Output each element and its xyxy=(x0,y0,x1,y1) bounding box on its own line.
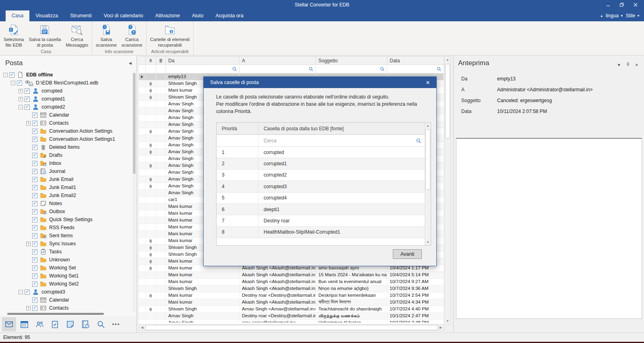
tree-item-corrupted1[interactable]: +corrupted1 xyxy=(0,95,133,103)
tree-vertical-scrollbar[interactable] xyxy=(133,72,136,312)
checkbox-checked[interactable] xyxy=(32,177,37,182)
tree-item-rss-feeds[interactable]: RSS Feeds xyxy=(0,224,133,232)
checkbox-checked[interactable] xyxy=(32,113,37,118)
scroll-down-icon[interactable]: ▼ xyxy=(425,239,431,245)
email-row[interactable]: Arnav Singhajay <ajay@stellarmail.in>Vel… xyxy=(139,320,444,322)
checkbox-checked[interactable] xyxy=(32,217,37,222)
filter-data-input[interactable] xyxy=(387,65,444,73)
collapse-icon[interactable]: − xyxy=(3,73,8,77)
scrollbar-thumb[interactable] xyxy=(445,64,450,138)
ribbon-button-salva-scansione[interactable]: Salvascansione xyxy=(93,23,119,48)
priority-search-cell[interactable] xyxy=(217,135,258,146)
tree-item-outbox[interactable]: Outbox xyxy=(0,207,133,216)
priority-value[interactable]: 2 xyxy=(217,158,258,169)
checkbox-checked[interactable] xyxy=(25,290,30,295)
priority-value[interactable]: 4 xyxy=(217,181,258,192)
tree-horizontal-scrollbar[interactable] xyxy=(7,313,104,315)
column-header-soggetto[interactable]: Soggetto xyxy=(316,57,387,64)
priority-value[interactable]: 5 xyxy=(217,193,258,203)
tab-attivazione[interactable]: Attivazione xyxy=(149,10,186,21)
tab-acquista-ora[interactable]: Acquista ora xyxy=(209,10,249,21)
row-selector-column[interactable] xyxy=(139,57,146,64)
delete-column-header[interactable] xyxy=(156,57,166,64)
ribbon-button-cerca-messaggio[interactable]: CercaMessaggio xyxy=(63,23,91,48)
email-row[interactable]: Mani kumarAkash Singh <Akash@stellarmail… xyxy=(139,272,444,279)
tree-item-quick-step-settings[interactable]: Quick Step Settings xyxy=(0,216,133,224)
checkbox-checked[interactable] xyxy=(32,129,37,134)
ribbon-button-salva-la-casella-di-posta[interactable]: Salva la caselladi posta xyxy=(27,23,64,48)
checkbox-checked[interactable] xyxy=(32,185,37,190)
email-row[interactable]: Mani kumarAkash Singh <Akash@stellarmail… xyxy=(139,279,444,285)
checkbox-checked[interactable] xyxy=(25,88,30,94)
filter-soggetto-input[interactable] xyxy=(316,65,387,73)
email-row[interactable]: Mani kumarDestiny roar <Destiny@stellarm… xyxy=(139,292,444,299)
expand-icon[interactable]: + xyxy=(19,97,23,101)
collapse-icon[interactable]: − xyxy=(19,290,23,294)
ribbon-button-cartelle-di-elementi-recuperabili[interactable]: Cartelle di elementirecuperabili xyxy=(148,23,192,48)
scroll-left-icon[interactable]: ◀ xyxy=(139,325,145,331)
filter-da-input[interactable] xyxy=(166,65,239,73)
scroll-down-icon[interactable]: ▼ xyxy=(445,318,450,324)
next-button[interactable]: Avanti xyxy=(393,249,422,259)
checkbox-checked[interactable] xyxy=(32,161,37,166)
nav-calendar-button[interactable] xyxy=(17,317,31,331)
scroll-up-icon[interactable]: ▲ xyxy=(425,123,431,129)
nav-search-button[interactable] xyxy=(94,317,108,331)
tab-strumenti[interactable]: Strumenti xyxy=(64,10,98,21)
expand-icon[interactable]: + xyxy=(26,306,31,310)
filter-a-input[interactable] xyxy=(239,65,316,73)
checkbox-checked[interactable] xyxy=(32,249,37,255)
collapse-icon[interactable]: − xyxy=(19,105,23,109)
priority-value[interactable]: 7 xyxy=(217,215,258,226)
priority-row-corrupted1[interactable]: 2corrupted1 xyxy=(217,158,425,169)
tree-item-junk-email2[interactable]: Junk Email2 xyxy=(0,191,133,199)
close-panel-icon[interactable]: ✕ xyxy=(635,63,638,67)
collapse-icon[interactable]: − xyxy=(11,81,15,85)
tree-item-conversation-action-settings[interactable]: Conversation Action Settings xyxy=(0,127,133,135)
checkbox-checked[interactable] xyxy=(32,169,37,174)
tree-item-edb-offline[interactable]: −EDB offline xyxy=(0,71,133,79)
tree-item-corrupted3[interactable]: −corrupted3 xyxy=(0,288,133,296)
tree-item-unknown[interactable]: Unknown xyxy=(0,256,133,264)
tree-item-working-set[interactable]: Working Set xyxy=(0,264,133,272)
tree-item-corrupted2[interactable]: −corrupted2 xyxy=(0,103,133,111)
panel-collapse-icon[interactable]: ◀ xyxy=(129,61,132,65)
checkbox-checked[interactable] xyxy=(32,273,37,279)
checkbox-checked[interactable] xyxy=(32,241,37,246)
checkbox-checked[interactable] xyxy=(32,153,37,158)
checkbox-checked[interactable] xyxy=(32,306,37,311)
collapse-ribbon-icon[interactable]: ▲ xyxy=(600,14,603,18)
checkbox-checked[interactable] xyxy=(9,72,14,78)
style-menu[interactable]: Stile ▼ xyxy=(626,13,640,18)
pin-icon[interactable] xyxy=(626,61,630,68)
tab-visualizza[interactable]: Visualizza xyxy=(29,10,64,21)
scroll-up-icon[interactable]: ▲ xyxy=(445,57,450,63)
scrollbar-thumb[interactable] xyxy=(425,129,430,190)
tree-item-deleted-items[interactable]: Deleted Items xyxy=(0,143,133,151)
checkbox-checked[interactable] xyxy=(32,298,37,303)
nav-people-button[interactable] xyxy=(33,317,47,331)
checkbox-checked[interactable] xyxy=(32,265,37,271)
scroll-right-icon[interactable]: ▶ xyxy=(438,325,444,331)
checkbox-checked[interactable] xyxy=(17,80,22,86)
tree-item-corrupted[interactable]: +corrupted xyxy=(0,87,133,95)
tree-item-contacts[interactable]: +Contacts xyxy=(0,119,133,127)
tree-item-calendar[interactable]: Calendar xyxy=(0,296,133,304)
email-row[interactable]: Shivam SinghArnav Singh <Arnav@stellarma… xyxy=(139,306,444,313)
tree-item-d-edb-files-corrupted1-edb[interactable]: −D:\EDB files\Corrupted1.edb xyxy=(0,79,133,87)
priority-row-corrupted3[interactable]: 4corrupted3 xyxy=(217,181,425,192)
column-header-da[interactable]: Da xyxy=(166,57,239,64)
priority-value[interactable]: 1 xyxy=(217,147,258,158)
priority-row-healthmailbox-sitpimail-corrupted1[interactable]: 8HealthMailbox-SitpIMail-Corrupted1 xyxy=(217,227,425,238)
priority-row-corrupted4[interactable]: 5corrupted4 xyxy=(217,193,425,204)
checkbox-checked[interactable] xyxy=(32,193,37,198)
tree-item-contacts[interactable]: +Contacts xyxy=(0,304,133,312)
mailbox-search-input[interactable]: Cerca xyxy=(258,135,425,146)
column-header-a[interactable]: A xyxy=(239,57,316,64)
tree-item-notes[interactable]: Notes xyxy=(0,199,133,207)
checkbox-checked[interactable] xyxy=(32,233,37,238)
checkbox-checked[interactable] xyxy=(32,201,37,206)
email-horizontal-scrollbar[interactable]: ◀ ▶ xyxy=(139,324,444,331)
tree-item-junk-email[interactable]: Junk Email xyxy=(0,175,133,183)
priority-row-corrupted2[interactable]: 3corrupted2 xyxy=(217,170,425,181)
